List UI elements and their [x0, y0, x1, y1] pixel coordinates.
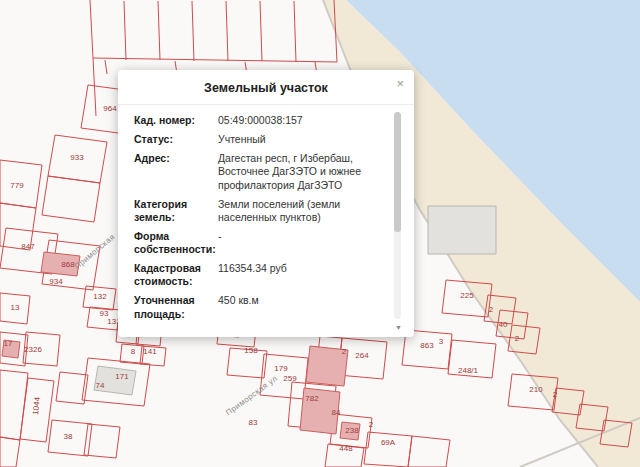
field-label: Уточненная площадь:: [134, 294, 218, 320]
field-value: -: [218, 230, 384, 256]
field-label: Кад. номер:: [134, 114, 218, 127]
field-row-address: Адрес: Дагестан респ, г Избербаш, Восточ…: [134, 152, 384, 191]
field-value: 116354.34 руб: [218, 262, 384, 288]
gray-building: [94, 366, 136, 395]
field-row-area: Уточненная площадь: 450 кв.м: [134, 294, 384, 320]
scroll-down-icon[interactable]: ▼: [395, 324, 402, 331]
field-value: 05:49:000038:157: [218, 114, 384, 127]
field-value: 450 кв.м: [218, 294, 384, 320]
gray-building: [428, 206, 496, 254]
field-row-ownership: Форма собственности: -: [134, 230, 384, 256]
field-label: Кадастровая стоимость:: [134, 262, 218, 288]
close-icon[interactable]: ×: [396, 77, 404, 90]
popup-title: Земельный участок: [118, 70, 414, 105]
parcel-info-popup: × Земельный участок Кад. номер: 05:49:00…: [118, 70, 414, 337]
field-value: Дагестан респ, г Избербаш, Восточнее Даг…: [218, 152, 384, 191]
field-row-cadastral-value: Кадастровая стоимость: 116354.34 руб: [134, 262, 384, 288]
popup-body: Кад. номер: 05:49:000038:157 Статус: Учт…: [118, 105, 414, 337]
field-row-category: Категория земель: Земли поселений (земли…: [134, 198, 384, 224]
field-row-status: Статус: Учтенный: [134, 133, 384, 146]
field-label: Адрес:: [134, 152, 218, 191]
field-value: Учтенный: [218, 133, 384, 146]
field-row-kad-nomer: Кад. номер: 05:49:000038:157: [134, 114, 384, 127]
field-value: Земли поселений (земли населенных пункто…: [218, 198, 384, 224]
pink-building: [41, 252, 80, 276]
pink-building: [340, 422, 360, 440]
pink-building: [300, 388, 340, 434]
pink-building: [306, 346, 348, 386]
scrollbar[interactable]: [394, 112, 401, 319]
field-label: Статус:: [134, 133, 218, 146]
field-label: Категория земель:: [134, 198, 218, 224]
pink-building: [2, 340, 20, 358]
scrollbar-thumb[interactable]: [394, 112, 401, 232]
field-label: Форма собственности:: [134, 230, 218, 256]
